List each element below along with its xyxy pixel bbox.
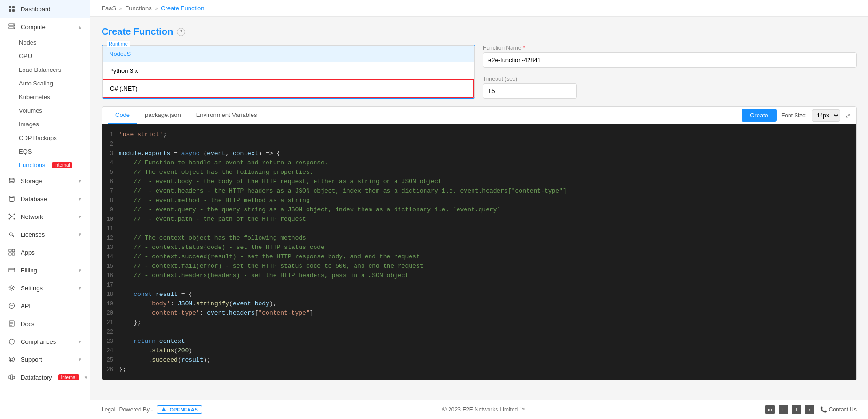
svg-rect-2 (9, 9, 11, 12)
runtime-option-python[interactable]: Python 3.x (103, 62, 474, 79)
images-label: Images (19, 121, 39, 128)
page-title: Create Function (102, 26, 173, 37)
function-name-input[interactable] (483, 52, 857, 68)
runtime-label: Runtime (107, 41, 130, 47)
svg-line-18 (12, 217, 14, 219)
openfaas-logo-icon (161, 407, 166, 412)
chevron-down-7-icon: ▼ (78, 339, 82, 344)
code-line-13: 13 // - context.status(code) - set the H… (102, 243, 856, 252)
linkedin-icon[interactable]: in (765, 405, 775, 414)
storage-label: Storage (21, 178, 42, 185)
sidebar-item-nodes[interactable]: Nodes (19, 36, 90, 49)
code-line-26: 26 }; (102, 365, 856, 374)
sidebar-item-datafactory[interactable]: Datafactory Internal ▼ (0, 368, 90, 386)
tab-env[interactable]: Environment Variables (189, 107, 265, 124)
tabs-left: Code package.json Environment Variables (108, 107, 265, 124)
sidebar-item-database[interactable]: Database ▼ (0, 190, 90, 208)
code-line-16: 16 // - context.headers(headers) - set t… (102, 271, 856, 280)
svg-marker-33 (161, 407, 166, 411)
chevron-down-9-icon: ▼ (84, 375, 88, 380)
code-panel: Code package.json Environment Variables … (102, 106, 857, 380)
tabs-right: Create Font Size: 10px 12px 13px 14px 16… (742, 109, 851, 122)
sidebar-item-dashboard[interactable]: Dashboard (0, 0, 90, 18)
runtime-option-nodejs[interactable]: NodeJS (103, 46, 474, 62)
svg-rect-30 (9, 376, 11, 379)
sidebar-item-volumes[interactable]: Volumes (19, 104, 90, 117)
breadcrumb-create-function[interactable]: Create Function (161, 5, 205, 12)
server-icon (8, 23, 16, 31)
timeout-input[interactable] (483, 83, 577, 99)
runtime-option-csharp[interactable]: C# (.NET) (103, 79, 474, 98)
facebook-icon[interactable]: f (779, 405, 788, 414)
runtime-dropdown[interactable]: NodeJS Python 3.x C# (.NET) (102, 45, 475, 98)
code-line-10: 10 // - event.path - the path of the HTT… (102, 215, 856, 224)
code-line-20: 20 'content-type': event.headers["conten… (102, 309, 856, 318)
sidebar-item-load-balancers[interactable]: Load Balancers (19, 63, 90, 77)
svg-point-28 (9, 357, 15, 362)
code-line-15: 15 // - context.fail(error) - set the HT… (102, 262, 856, 271)
function-name-field: Function Name * (483, 45, 857, 70)
sep2: » (155, 5, 158, 12)
help-icon[interactable]: ? (177, 28, 185, 36)
sidebar-dashboard-label: Dashboard (21, 6, 51, 13)
sidebar-item-network[interactable]: Network ▼ (0, 208, 90, 225)
sidebar-item-storage[interactable]: Storage ▼ (0, 172, 90, 190)
code-line-8: 8 // - event.method - the HTTP method as… (102, 196, 856, 205)
k8s-label: Kubernetes (19, 93, 50, 101)
footer-legal[interactable]: Legal (102, 406, 115, 413)
tab-package[interactable]: package.json (137, 107, 189, 124)
svg-rect-22 (9, 253, 11, 255)
code-line-11: 11 (102, 224, 856, 233)
expand-icon[interactable]: ⤢ (845, 112, 851, 119)
twitter-icon[interactable]: t (792, 405, 801, 414)
svg-rect-32 (13, 376, 15, 379)
create-button[interactable]: Create (742, 109, 777, 122)
sidebar-item-docs[interactable]: Docs (0, 315, 90, 333)
contact-link[interactable]: 📞 Contact Us (820, 406, 857, 413)
support-icon (8, 355, 16, 364)
code-line-17: 17 (102, 280, 856, 290)
sidebar-item-settings[interactable]: Settings ▼ (0, 279, 90, 297)
footer-brand-label: OPENFAAS (169, 407, 198, 412)
svg-line-16 (12, 214, 14, 217)
sidebar-item-apps[interactable]: Apps (0, 243, 90, 261)
sidebar-item-kubernetes[interactable]: Kubernetes (19, 90, 90, 104)
sidebar-item-compute[interactable]: Compute ▲ (0, 18, 90, 36)
footer-powered-by: Powered By - (119, 406, 153, 413)
api-label: API (21, 303, 31, 310)
volumes-label: Volumes (19, 107, 42, 114)
sidebar-item-compliances[interactable]: Compliances ▼ (0, 333, 90, 350)
docs-icon (8, 319, 16, 328)
sidebar-item-licenses[interactable]: Licenses ▼ (0, 225, 90, 243)
sidebar-item-auto-scaling[interactable]: Auto Scaling (19, 77, 90, 90)
sidebar-item-gpu[interactable]: GPU (19, 49, 90, 63)
sidebar-item-functions[interactable]: Functions Internal (19, 158, 90, 172)
sidebar-item-cdp-backups[interactable]: CDP Backups (19, 131, 90, 145)
sidebar-item-billing[interactable]: Billing ▼ (0, 261, 90, 279)
rss-icon[interactable]: r (805, 405, 814, 414)
tab-code[interactable]: Code (108, 107, 137, 124)
sidebar-item-support[interactable]: Support ▼ (0, 350, 90, 368)
runtime-field: Runtime NodeJS Python 3.x C# (.NET) (102, 45, 475, 99)
sidebar-item-images[interactable]: Images (19, 117, 90, 131)
licenses-label: Licenses (21, 231, 45, 238)
sidebar-item-api[interactable]: API (0, 297, 90, 315)
footer-right: in f t r 📞 Contact Us (765, 405, 857, 414)
code-line-21: 21 }; (102, 318, 856, 327)
network-label: Network (21, 213, 43, 220)
code-line-24: 24 .status(200) (102, 346, 856, 356)
cdp-label: CDP Backups (19, 134, 57, 141)
code-line-9: 9 // - event.query - the query string as… (102, 205, 856, 215)
sidebar: Dashboard Compute ▲ Nodes GPU Load Balan… (0, 0, 90, 419)
font-size-select[interactable]: 10px 12px 13px 14px 16px 18px (812, 109, 840, 122)
code-line-2: 2 (102, 140, 856, 149)
breadcrumb-functions: Functions (125, 5, 151, 12)
apps-icon (8, 248, 16, 256)
code-editor[interactable]: 1 'use strict'; 2 3 module.exports = asy… (102, 124, 856, 380)
page-content: Create Function ? Runtime NodeJS Python … (90, 17, 868, 400)
svg-rect-23 (12, 253, 15, 255)
footer-copyright: © 2023 E2E Networks Limited ™ (442, 406, 525, 413)
code-line-19: 19 'body': JSON.stringify(event.body), (102, 299, 856, 309)
chevron-down-icon: ▼ (78, 178, 82, 184)
sidebar-item-eqs[interactable]: EQS (19, 145, 90, 158)
